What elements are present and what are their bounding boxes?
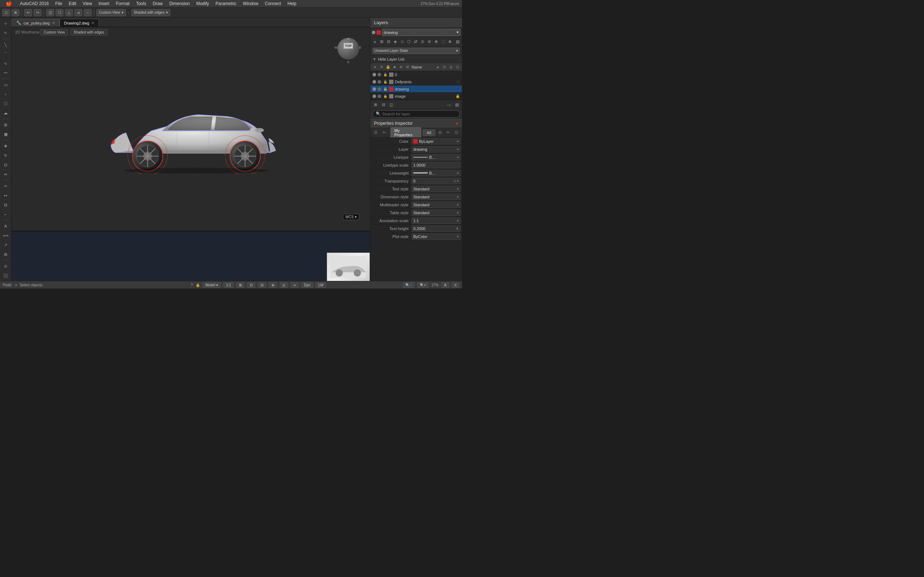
col-filter-icon[interactable]: ⊟ [442,64,447,69]
tool-move[interactable]: ✥ [2,142,10,150]
layer-icon-1[interactable]: ≡ [372,38,378,45]
prop-linetype-value[interactable]: B... ▾ [412,154,460,161]
annotation-btn[interactable]: A [441,282,449,288]
scale-btn[interactable]: 1:1 [223,282,234,288]
tool-3d-box[interactable]: ⬛ [2,271,10,280]
layer-image-freeze[interactable] [378,95,381,98]
command-area[interactable] [11,231,370,288]
shading-btn[interactable]: Shaded with edges [70,29,108,35]
tool-text[interactable]: A [2,222,10,230]
tool-pointer[interactable]: ↖ [2,29,10,37]
col-extra3-icon[interactable]: ⊡ [455,64,460,69]
apple-menu[interactable]: 🍎 [3,0,15,7]
viewport[interactable]: 2D Wireframe Custom View Shaded with edg… [11,27,370,231]
snap-btn[interactable]: ⊡ [247,282,255,288]
tool-b1[interactable]: ◫ [46,9,54,16]
tool-line[interactable]: ╲ [2,40,10,49]
tool-b4[interactable]: ⊿ [74,9,82,16]
current-layer-dropdown[interactable]: drawing ▾ [382,29,460,36]
prop-dim-style-value[interactable]: Standard ▾ [412,193,460,200]
layer-icon-6[interactable]: ⬡ [406,38,412,45]
layer-bottom-icon-4[interactable]: — [446,101,452,108]
layer-image-color[interactable] [389,94,393,98]
layer-state-dropdown[interactable]: Unsaved Layer State ▾ [373,48,460,54]
prop-color-value[interactable]: ByLayer ▾ [412,138,460,145]
layer-drawing-vis[interactable] [373,87,376,91]
tool-circle[interactable]: ○ [2,90,10,98]
properties-close-button[interactable]: ● [456,121,459,126]
transparency-icon-1[interactable]: ⊙ [453,179,456,183]
menu-insert[interactable]: Insert [96,0,112,7]
tool-arc[interactable]: ⌒ [2,50,10,58]
tool-b5[interactable]: ⬦ [84,9,92,16]
tab-drawing2[interactable]: Drawing2.dwg ✕ [60,19,99,27]
grid-btn[interactable]: ⊞ [236,282,244,288]
col-color-icon[interactable]: ■ [392,64,397,69]
zoom-out-btn[interactable]: 🔍− [403,282,414,288]
prop-text-height-value[interactable]: 0.2000 ⬆ [412,226,460,232]
layer-drawing-lock-icon[interactable]: 🔓 [383,87,388,92]
layer-0-lock-icon[interactable]: 🔓 [383,72,388,77]
layer-row-0[interactable]: 🔓 0 [370,71,462,78]
tool-dim[interactable]: ⟺ [2,231,10,240]
layer-image-vis[interactable] [373,95,376,98]
tool-table[interactable]: ⊞ [2,250,10,259]
tool-nav[interactable]: ⊕ [11,9,19,16]
tool-leader[interactable]: ↗ [2,240,10,249]
layer-0-freeze[interactable] [378,73,381,76]
transparency-icon-2[interactable]: ▾ [457,179,459,183]
tool-cloud[interactable]: ☁ [2,108,10,117]
prop-tab-all[interactable]: All [423,129,435,136]
text-height-stepper[interactable]: ⬆ [456,227,459,230]
menu-help[interactable]: Help [284,0,299,7]
col-freeze-icon[interactable]: ❄ [379,64,384,69]
prop-icon-edit[interactable]: ✏ [381,129,388,136]
menu-connect[interactable]: Connect [262,0,284,7]
menu-modify[interactable]: Modify [194,0,212,7]
layer-icon-4[interactable]: ◈ [393,38,399,45]
tool-bezier[interactable]: 〜 [2,69,10,77]
layer-image-lock-icon[interactable]: 🔒 [383,94,388,99]
menu-view[interactable]: View [80,0,95,7]
workspace-btn[interactable]: ≡ [452,282,459,288]
tab-car-pulley-close[interactable]: ✕ [52,21,55,25]
menu-edit[interactable]: Edit [66,0,79,7]
layer-color-swatch[interactable] [376,30,381,35]
col-extra2-icon[interactable]: ⊞ [405,64,410,69]
col-extra-icon[interactable]: ⊕ [399,64,404,69]
prop-table-style-value[interactable]: Standard ▾ [412,210,460,216]
layer-row-drawing[interactable]: 🔓 drawing [370,85,462,93]
prop-layer-value[interactable]: drawing ▾ [412,146,460,153]
layer-bottom-icon-3[interactable]: ◫ [388,101,395,108]
prop-icon-edit2[interactable]: ✏ [445,129,452,136]
zoom-in-btn[interactable]: 🔍+ [417,282,429,288]
layer-icon-8[interactable]: ⊙ [419,38,426,45]
menu-draw[interactable]: Draw [150,0,166,7]
tool-hatch[interactable]: ⊞ [2,121,10,129]
tool-b3[interactable]: △ [65,9,73,16]
col-lock-icon[interactable]: 🔒 [386,64,391,69]
custom-view-btn[interactable]: Custom View [40,29,68,35]
layer-row-image[interactable]: 🔒 image 🔒 [370,93,462,100]
layer-icon-settings[interactable]: ▤ [454,38,460,45]
layer-0-vis[interactable] [373,73,376,76]
tool-scale[interactable]: ⊡ [2,161,10,169]
prop-tab-my-properties[interactable]: My Properties [391,127,422,138]
help-icon[interactable]: ? [191,283,193,287]
tool-select[interactable]: ◻ [2,9,10,16]
layer-icon-10[interactable]: ⊕ [433,38,439,45]
menu-file[interactable]: File [52,0,65,7]
layer-bottom-icon-5[interactable]: ▤ [453,101,460,108]
menu-autocad[interactable]: AutoCAD 2016 [17,0,52,7]
tool-fillet[interactable]: ⌐ [2,210,10,219]
prop-annotation-scale-value[interactable]: 1:1 ▾ [412,218,460,224]
layer-icon-9[interactable]: ⊘ [426,38,432,45]
prop-transparency-value[interactable]: 0 ⊙ ▾ [412,178,460,184]
tool-extend[interactable]: ↦ [2,191,10,200]
menu-dimension[interactable]: Dimension [166,0,193,7]
prop-icon-filter[interactable]: ⊟ [437,129,444,136]
prop-multileader-style-value[interactable]: Standard ▾ [412,201,460,208]
layer-icon-2[interactable]: ⊞ [379,38,385,45]
shading-dropdown[interactable]: Shaded with edges ▾ [131,9,170,16]
search-input-wrapper[interactable]: 🔍 [373,110,460,118]
